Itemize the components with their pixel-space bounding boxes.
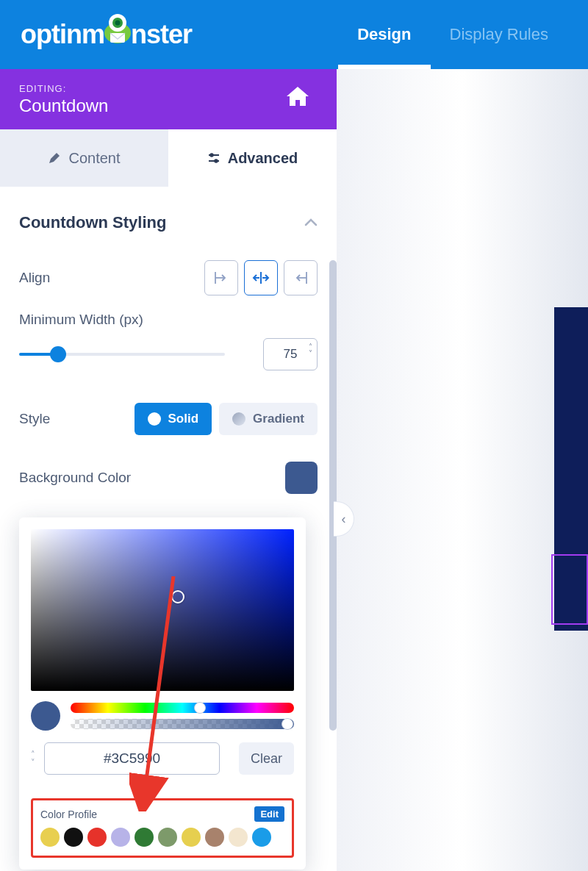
- section-header[interactable]: Countdown Styling: [19, 200, 318, 251]
- min-width-slider[interactable]: [19, 353, 225, 356]
- field-style: Style Solid Gradient: [19, 394, 318, 444]
- tab-content[interactable]: Content: [0, 129, 168, 187]
- gradient-dot-icon: [232, 412, 245, 426]
- align-right-button[interactable]: [284, 260, 318, 295]
- tab-design[interactable]: Design: [338, 0, 430, 69]
- color-profile-title: Color Profile: [40, 809, 97, 820]
- chevron-up-icon: [304, 216, 318, 229]
- clear-button[interactable]: Clear: [239, 742, 294, 775]
- hex-input[interactable]: [44, 742, 220, 775]
- profile-swatch-6[interactable]: [182, 828, 201, 847]
- profile-swatch-5[interactable]: [158, 828, 177, 847]
- profile-swatch-4[interactable]: [135, 828, 154, 847]
- min-width-label: Minimum Width (px): [19, 312, 143, 327]
- hue-slider[interactable]: [71, 703, 294, 713]
- alpha-thumb[interactable]: [282, 718, 293, 730]
- tab-advanced[interactable]: Advanced: [168, 129, 337, 187]
- align-center-button[interactable]: [244, 260, 278, 295]
- editing-label: EDITING:: [19, 83, 108, 94]
- profile-swatch-0[interactable]: [40, 828, 60, 847]
- editing-title: Countdown: [19, 96, 108, 116]
- profile-swatch-9[interactable]: [252, 828, 271, 847]
- profile-swatch-8[interactable]: [229, 828, 248, 847]
- settings-sidebar: EDITING: Countdown Content: [0, 69, 337, 871]
- align-label: Align: [19, 270, 50, 286]
- saturation-area[interactable]: [31, 529, 294, 691]
- current-color-swatch: [31, 701, 60, 731]
- hex-mode-label: HEX: [65, 778, 219, 788]
- color-profile-swatches: [40, 828, 284, 847]
- solid-dot-icon: [148, 412, 161, 426]
- field-align: Align: [19, 251, 318, 304]
- side-tabs: Content Advanced: [0, 129, 337, 187]
- align-left-button[interactable]: [204, 260, 238, 295]
- bg-color-label: Background Color: [19, 470, 131, 486]
- hue-thumb[interactable]: [194, 702, 206, 714]
- number-stepper-icon[interactable]: ˄˅: [309, 343, 312, 356]
- top-nav: Design Display Rules: [338, 0, 567, 69]
- tab-display-rules[interactable]: Display Rules: [431, 0, 568, 69]
- sidebar-scrollbar[interactable]: [329, 260, 337, 731]
- min-width-input[interactable]: 75 ˄˅: [263, 338, 318, 370]
- home-icon[interactable]: [285, 85, 310, 110]
- logo-mascot-icon: [100, 11, 135, 46]
- slider-thumb[interactable]: [50, 346, 66, 362]
- style-solid-label: Solid: [168, 412, 199, 426]
- section-title: Countdown Styling: [19, 213, 166, 232]
- style-gradient-label: Gradient: [253, 412, 304, 426]
- saturation-cursor[interactable]: [171, 590, 184, 603]
- panel-body: Countdown Styling Align: [0, 187, 337, 870]
- svg-point-6: [210, 154, 213, 157]
- min-width-value: 75: [284, 347, 298, 362]
- logo-text-left: optinm: [21, 19, 104, 50]
- style-gradient-button[interactable]: Gradient: [219, 403, 318, 435]
- collapse-sidebar-button[interactable]: ‹: [334, 501, 354, 537]
- style-solid-button[interactable]: Solid: [135, 403, 212, 435]
- profile-swatch-1[interactable]: [64, 828, 83, 847]
- bg-color-swatch[interactable]: [285, 462, 318, 494]
- logo-text-right: nster: [131, 19, 192, 50]
- field-min-width: Minimum Width (px) 75 ˄˅: [19, 304, 318, 379]
- svg-point-3: [115, 21, 120, 26]
- pencil-icon: [48, 151, 61, 165]
- canvas-area: ‹: [337, 69, 588, 871]
- tab-advanced-label: Advanced: [228, 150, 298, 167]
- preview-selection-outline: [551, 554, 588, 625]
- svg-point-8: [215, 159, 218, 162]
- alpha-slider[interactable]: [71, 719, 294, 729]
- tab-content-label: Content: [68, 150, 120, 167]
- style-label: Style: [19, 411, 50, 427]
- hex-mode-stepper[interactable]: ˄˅: [31, 751, 35, 766]
- sliders-icon: [207, 151, 220, 165]
- editing-bar: EDITING: Countdown: [0, 69, 337, 129]
- profile-swatch-2[interactable]: [87, 828, 107, 847]
- color-picker-popover: ˄˅ Clear HEX Color Profile Edit: [19, 517, 306, 870]
- logo: optinm nster: [21, 17, 192, 52]
- app-header: optinm nster Design Display Rules: [0, 0, 588, 69]
- profile-swatch-3[interactable]: [111, 828, 130, 847]
- color-profile-box: Color Profile Edit: [31, 798, 294, 858]
- profile-swatch-7[interactable]: [205, 828, 224, 847]
- color-profile-edit-button[interactable]: Edit: [254, 806, 284, 822]
- field-bg-color: Background Color: [19, 453, 318, 503]
